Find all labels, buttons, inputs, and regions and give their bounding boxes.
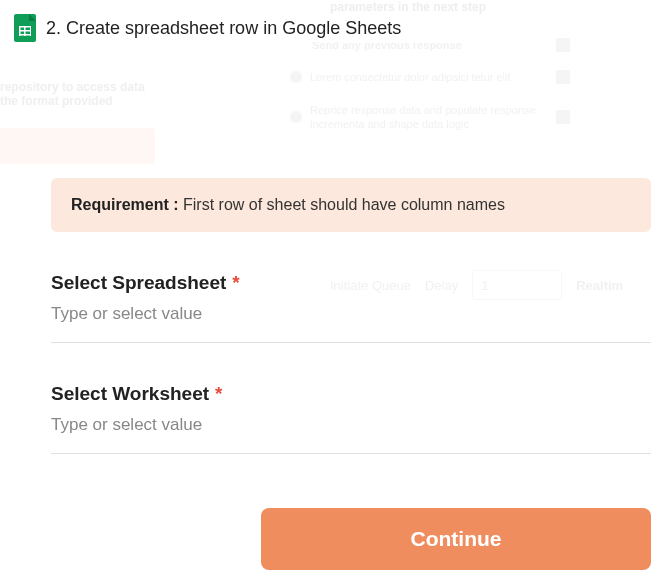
form-container: Requirement : First row of sheet should … (51, 178, 651, 454)
worksheet-label: Select Worksheet* (51, 383, 651, 405)
spreadsheet-field-group: Select Spreadsheet* (51, 272, 651, 343)
step-header: 2. Create spreadsheet row in Google Shee… (14, 14, 413, 42)
requirement-banner: Requirement : First row of sheet should … (51, 178, 651, 232)
bg-left-text2: the format provided (0, 94, 160, 108)
bg-button (0, 128, 155, 164)
bg-right-text2: Lorem consectetur dolor adipsici tetur e… (310, 70, 548, 84)
requirement-label: Requirement : (71, 196, 179, 213)
worksheet-field-group: Select Worksheet* (51, 383, 651, 454)
google-sheets-icon (14, 14, 36, 42)
continue-button[interactable]: Continue (261, 508, 651, 570)
bg-left-text1: repository to access data (0, 80, 160, 94)
spreadsheet-label: Select Spreadsheet* (51, 272, 651, 294)
spreadsheet-input[interactable] (51, 300, 651, 328)
worksheet-input[interactable] (51, 411, 651, 439)
bg-square3-icon (556, 110, 570, 124)
requirement-text: First row of sheet should have column na… (183, 196, 505, 213)
bg-square-icon (556, 38, 570, 52)
bg-right-top: parameters in the next step (330, 0, 570, 14)
bg-circle1-icon (290, 71, 302, 83)
bg-square2-icon (556, 70, 570, 84)
required-asterisk: * (232, 272, 239, 293)
step-title: 2. Create spreadsheet row in Google Shee… (46, 18, 401, 39)
required-asterisk: * (215, 383, 222, 404)
bg-circle2-icon (290, 111, 302, 123)
bg-right-text3: Reprice response data and populate respo… (310, 103, 548, 132)
